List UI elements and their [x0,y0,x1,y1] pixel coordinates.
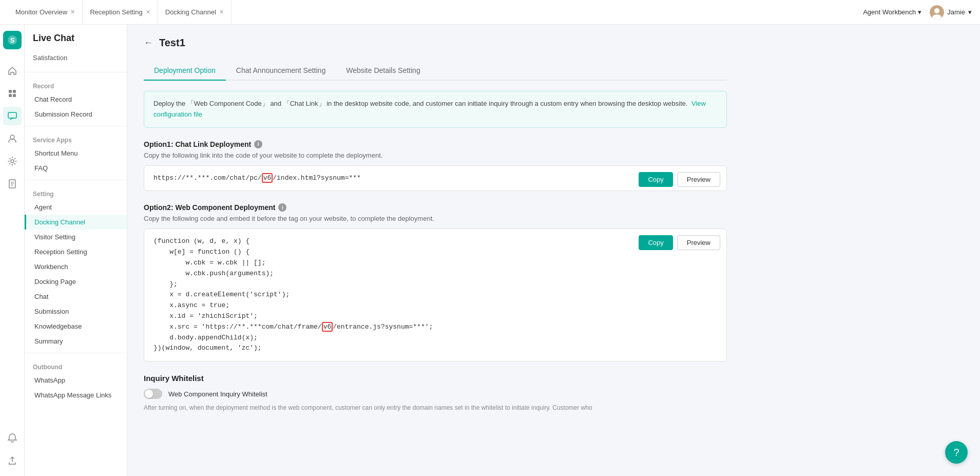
icon-sidebar: S [0,25,25,476]
sidebar-item-whatsapp-message-links[interactable]: WhatsApp Message Links [25,388,127,403]
option2-desc: Copy the following code and embed it bef… [144,215,727,222]
page-title: Test1 [159,37,185,49]
livechat-icon[interactable] [3,107,22,125]
info-box: Deploy the 「Web Component Code」 and 「Cha… [144,91,727,128]
option2-code-box: (function (w, d, e, x) { w[e] = function… [144,229,727,361]
sidebar-item-chat-record[interactable]: Chat Record [25,92,127,107]
whitelist-toggle[interactable] [144,389,162,399]
whitelist-section: Inquiry Whitelist Web Component Inquiry … [144,374,727,412]
option2-highlight: v6 [322,322,333,332]
tab-reception-setting[interactable]: Reception Setting ✕ [83,0,158,25]
tab-chat-announcement[interactable]: Chat Announcement Setting [226,61,336,81]
topbar-right: Agent Workbench ▾ Jamie ▾ [863,5,972,20]
option2-code-line-11: })(window, document, 'zc'); [153,343,655,354]
bell-icon[interactable] [3,429,22,447]
option2-code-line-9: x.src = 'https://**.***com/chat/frame/v6… [153,322,655,333]
svg-rect-5 [9,90,12,93]
nav-divider-4 [25,353,127,353]
user-menu[interactable]: Jamie ▾ [930,5,972,20]
settings-icon[interactable] [3,152,22,170]
whitelist-toggle-label: Web Component Inquiry Whitelist [168,390,267,398]
nav-divider-1 [25,72,127,72]
sidebar-item-chat[interactable]: Chat [25,289,127,304]
sidebar-item-faq[interactable]: FAQ [25,161,127,176]
option2-title: Option2: Web Component Deployment i [144,203,727,212]
book-icon[interactable] [3,175,22,193]
grid-icon[interactable] [3,84,22,103]
tab-monitor-overview[interactable]: Monitor Overview ✕ [8,0,83,25]
toggle-knob [145,390,153,398]
svg-point-1 [934,8,939,13]
main-layout: S Live Chat Satisfaction [0,25,980,476]
option2-code-line-5: }; [153,279,655,290]
close-tab-reception[interactable]: ✕ [146,9,150,15]
nav-section-service-apps: Service Apps [25,130,127,146]
close-tab-docking[interactable]: ✕ [219,9,224,15]
sidebar-item-docking-page[interactable]: Docking Page [25,274,127,289]
sidebar-item-submission[interactable]: Submission [25,304,127,319]
sidebar-item-knowledgebase[interactable]: Knowledgebase [25,319,127,334]
nav-divider-3 [25,180,127,180]
sidebar-item-reception-setting[interactable]: Reception Setting [25,244,127,259]
option2-code-line-3: w.cbk = w.cbk || []; [153,258,655,269]
option1-actions: Copy Preview [639,172,720,187]
svg-rect-7 [9,94,12,97]
sidebar-item-summary[interactable]: Summary [25,334,127,349]
topbar: Monitor Overview ✕ Reception Setting ✕ D… [0,0,980,25]
export-icon[interactable] [3,451,22,470]
option2-code-line-2: w[e] = function () { [153,247,655,258]
content-area: ← Test1 Deployment Option Chat Announcem… [127,25,980,476]
svg-rect-6 [13,90,16,93]
deployment-tabs: Deployment Option Chat Announcement Sett… [144,61,727,81]
tab-deployment-option[interactable]: Deployment Option [144,61,226,81]
svg-point-10 [10,135,14,139]
nav-section-setting: Setting [25,184,127,200]
tab-docking-channel[interactable]: Docking Channel ✕ [158,0,232,25]
option2-code-line-8: x.id = 'zhichiScript'; [153,311,655,322]
sidebar-item-shortcut-menu[interactable]: Shortcut Menu [25,146,127,161]
nav-divider-2 [25,126,127,126]
option1-preview-button[interactable]: Preview [677,172,720,187]
option2-code-line-4: w.cbk.push(arguments); [153,269,655,279]
tab-website-details[interactable]: Website Details Setting [336,61,430,81]
svg-rect-8 [13,94,16,97]
sidebar-item-workbench[interactable]: Workbench [25,259,127,274]
option1-code-box: https://**.***.com/chat/pc/v6/index.html… [144,165,727,192]
sidebar-item-whatsapp[interactable]: WhatsApp [25,373,127,388]
whitelist-title: Inquiry Whitelist [144,374,727,383]
option2-copy-button[interactable]: Copy [639,235,672,250]
option1-title: Option1: Chat Link Deployment i [144,140,727,148]
nav-sidebar: Live Chat Satisfaction Record Chat Recor… [25,25,127,476]
option1-section: Option1: Chat Link Deployment i Copy the… [144,140,727,192]
close-tab-monitor[interactable]: ✕ [70,9,75,15]
content-inner: ← Test1 Deployment Option Chat Announcem… [127,25,743,425]
whitelist-description: After turning on, when the deployment me… [144,403,727,412]
page-header: ← Test1 [144,37,727,49]
home-icon[interactable] [3,62,22,80]
sidebar-item-docking-channel[interactable]: Docking Channel [25,215,127,230]
option1-info-icon[interactable]: i [254,140,262,148]
nav-section-outbound: Outbound [25,357,127,373]
option2-code-line-1: (function (w, d, e, x) { [153,236,655,247]
option1-highlight: v6 [262,173,273,183]
sidebar-item-satisfaction[interactable]: Satisfaction [25,52,127,68]
nav-section-record: Record [25,77,127,92]
option2-section: Option2: Web Component Deployment i Copy… [144,203,727,361]
contacts-icon[interactable] [3,129,22,148]
option2-code-line-6: x = d.createElement('script'); [153,290,655,300]
back-button[interactable]: ← [144,37,153,48]
svg-text:S: S [10,36,14,44]
option2-info-icon[interactable]: i [278,203,286,212]
option2-preview-button[interactable]: Preview [677,235,720,250]
sidebar-item-visitor-setting[interactable]: Visitor Setting [25,230,127,244]
whitelist-toggle-row: Web Component Inquiry Whitelist [144,389,727,399]
svg-point-11 [11,160,14,163]
sidebar-item-agent[interactable]: Agent [25,200,127,215]
sidebar-item-submission-record[interactable]: Submission Record [25,107,127,122]
option1-copy-button[interactable]: Copy [639,172,672,187]
logo: S [3,31,22,49]
agent-workbench-dropdown[interactable]: Agent Workbench ▾ [863,8,921,16]
sidebar-title: Live Chat [25,33,127,52]
support-button[interactable]: ? [945,441,968,464]
option2-code-line-7: x.async = true; [153,300,655,311]
